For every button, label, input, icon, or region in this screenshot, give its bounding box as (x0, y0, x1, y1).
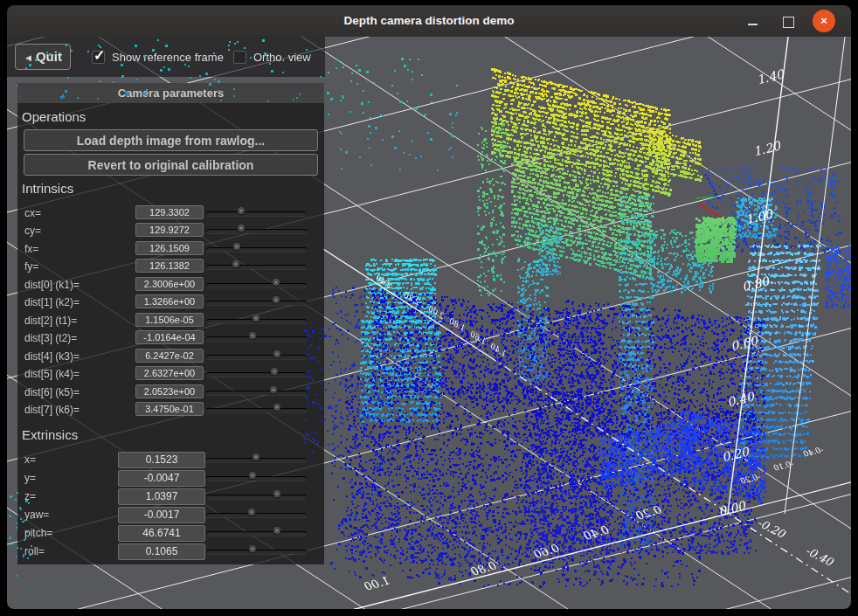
toolbar: ◄Quit ✓ Show reference frame Ortho. view (7, 37, 325, 77)
panel-header[interactable]: Camera parameters (17, 83, 324, 103)
param-value-field[interactable]: 129.9272 (135, 223, 204, 237)
param-label: dist[2] (t1)= (24, 315, 77, 327)
param-slider[interactable] (206, 211, 307, 216)
titlebar[interactable]: Depth camera distortion demo × (7, 5, 851, 37)
load-depth-image-button[interactable]: Load depth image from rawlog... (24, 129, 318, 151)
param-slider[interactable] (206, 391, 307, 395)
param-row-intrinsics: dist[7] (k6)=3.4750e-01 (17, 401, 324, 419)
slider-knob[interactable] (271, 368, 278, 375)
param-value-field[interactable]: 2.3006e+00 (135, 277, 204, 291)
param-value-field[interactable]: 46.6741 (118, 525, 205, 542)
quit-button[interactable]: ◄Quit (15, 44, 71, 70)
slider-knob[interactable] (249, 472, 256, 479)
slider-knob[interactable] (238, 207, 245, 214)
param-value-field[interactable]: -0.0047 (118, 470, 205, 487)
param-slider[interactable] (206, 301, 307, 305)
param-slider[interactable] (206, 550, 307, 554)
slider-knob[interactable] (273, 527, 280, 534)
slider-knob[interactable] (273, 404, 280, 411)
param-row-extrinsics: yaw=-0.0017 (17, 506, 324, 523)
slider-knob[interactable] (273, 296, 280, 303)
slider-knob[interactable] (273, 350, 280, 357)
slider-knob[interactable] (253, 453, 259, 460)
slider-knob[interactable] (233, 243, 240, 250)
param-label: dist[3] (t2)= (24, 332, 77, 344)
back-arrow-icon: ◄ (24, 52, 33, 63)
param-label: fy= (24, 260, 38, 273)
param-value-field[interactable]: 2.0523e+00 (135, 384, 204, 398)
param-slider[interactable] (206, 495, 307, 499)
param-label: fx= (24, 243, 38, 255)
param-label: roll= (24, 545, 45, 557)
slider-knob[interactable] (253, 315, 259, 322)
param-row-intrinsics: dist[6] (k5)=2.0523e+00 (17, 384, 324, 401)
maximize-button[interactable] (778, 11, 799, 32)
checkmark-icon: ✓ (93, 47, 105, 64)
param-slider[interactable] (206, 372, 307, 377)
param-slider[interactable] (206, 531, 307, 536)
param-value-field[interactable]: 0.1065 (118, 543, 205, 560)
param-slider[interactable] (206, 319, 307, 323)
param-slider[interactable] (206, 513, 307, 517)
intrinsics-section-label: Intrinsics (22, 181, 73, 196)
param-label: cx= (24, 207, 41, 219)
slider-knob[interactable] (232, 260, 239, 267)
param-row-intrinsics: dist[3] (t2)=-1.0164e-04 (17, 329, 324, 347)
slider-knob[interactable] (273, 279, 280, 286)
minimize-button[interactable] (743, 11, 764, 32)
camera-parameters-panel: Camera parameters Operations Load depth … (17, 83, 324, 564)
param-row-intrinsics: dist[1] (k2)=1.3266e+00 (17, 294, 324, 311)
param-row-intrinsics: fy=126.1382 (17, 258, 324, 275)
param-value-field[interactable]: 126.1382 (135, 259, 204, 273)
param-value-field[interactable]: 129.3302 (135, 205, 204, 219)
revert-calibration-button[interactable]: Revert to original calibration (24, 154, 318, 176)
close-button[interactable]: × (813, 10, 835, 32)
param-value-field[interactable]: 3.4750e-01 (135, 402, 204, 416)
param-row-extrinsics: z=1.0397 (17, 488, 324, 505)
param-label: pitch= (24, 527, 52, 539)
param-slider[interactable] (206, 336, 307, 341)
param-value-field[interactable]: 1.0397 (118, 488, 205, 505)
param-label: dist[4] (k3)= (24, 350, 80, 363)
slider-knob[interactable] (270, 386, 277, 393)
param-label: dist[5] (k4)= (24, 368, 80, 380)
slider-knob[interactable] (273, 490, 280, 497)
param-value-field[interactable]: -0.0017 (118, 507, 205, 523)
param-value-field[interactable]: 126.1509 (135, 241, 204, 255)
param-value-field[interactable]: 1.3266e+00 (135, 294, 204, 308)
param-label: yaw= (24, 509, 49, 521)
param-slider[interactable] (206, 229, 307, 233)
extrinsics-section-label: Extrinsics (22, 427, 78, 442)
reference-frame-axis (699, 204, 722, 218)
slider-knob[interactable] (238, 225, 245, 232)
param-row-intrinsics: dist[2] (t1)=1.1506e-05 (17, 312, 324, 329)
param-slider[interactable] (206, 265, 307, 269)
param-slider[interactable] (206, 247, 307, 252)
param-slider[interactable] (206, 355, 307, 359)
param-value-field[interactable]: 0.1523 (118, 452, 205, 468)
param-value-field[interactable]: -1.0164e-04 (135, 330, 204, 344)
param-slider[interactable] (206, 408, 307, 412)
intrinsics-rows: cx=129.3302cy=129.9272fx=126.1509fy=126.… (17, 204, 324, 423)
param-value-field[interactable]: 1.1506e-05 (135, 313, 204, 327)
param-slider[interactable] (206, 283, 307, 287)
param-label: dist[7] (k6)= (24, 404, 80, 416)
param-label: z= (24, 490, 36, 502)
slider-knob[interactable] (248, 509, 255, 516)
param-label: dist[0] (k1)= (24, 279, 80, 291)
param-slider[interactable] (206, 476, 307, 481)
param-value-field[interactable]: 6.2427e-02 (135, 349, 204, 363)
slider-knob[interactable] (249, 545, 256, 552)
slider-knob[interactable] (249, 332, 256, 339)
checkbox-ortho-view[interactable] (233, 51, 246, 64)
param-label: dist[1] (k2)= (24, 296, 80, 308)
checkbox-label-ortho-view: Ortho. view (253, 51, 311, 64)
param-slider[interactable] (206, 458, 307, 462)
param-row-extrinsics: roll=0.1065 (17, 543, 324, 560)
checkbox-show-reference-frame[interactable]: ✓ (92, 51, 105, 64)
param-label: cy= (24, 225, 41, 237)
quit-label: Quit (36, 49, 62, 64)
param-label: y= (24, 472, 36, 484)
param-value-field[interactable]: 2.6327e+00 (135, 366, 204, 380)
window-title: Depth camera distortion demo (7, 14, 851, 27)
